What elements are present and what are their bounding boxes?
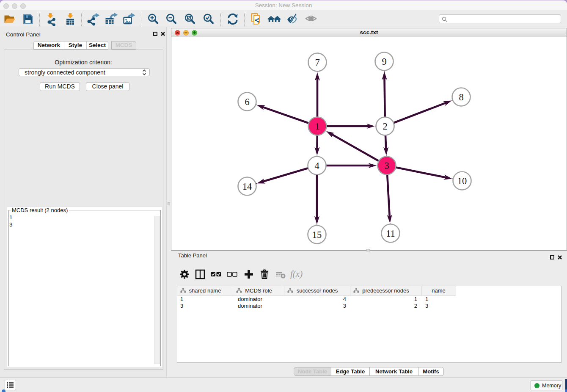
- svg-text:1: 1: [315, 121, 319, 132]
- svg-text:15: 15: [312, 229, 322, 240]
- svg-text:11: 11: [386, 228, 395, 239]
- svg-text:10: 10: [457, 176, 467, 186]
- svg-text:9: 9: [382, 56, 386, 67]
- svg-text:3: 3: [384, 160, 389, 171]
- svg-text:8: 8: [459, 92, 463, 102]
- svg-text:2: 2: [383, 121, 387, 132]
- svg-text:6: 6: [245, 97, 249, 107]
- svg-text:4: 4: [314, 160, 319, 171]
- svg-text:7: 7: [315, 57, 319, 68]
- svg-text:14: 14: [242, 181, 252, 192]
